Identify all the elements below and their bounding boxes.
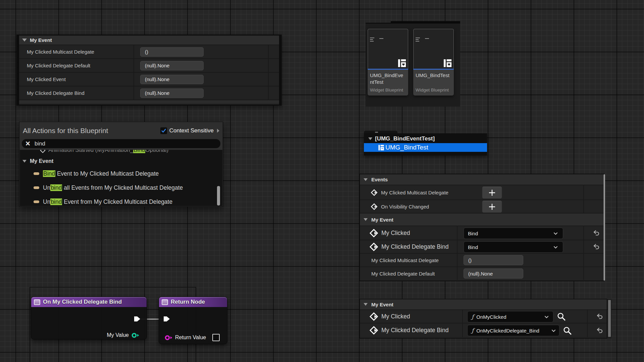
delegate-pill-icon (34, 186, 39, 189)
asset-name: UMG_BindEventTest (370, 72, 406, 85)
property-value-field[interactable]: (null).None (140, 75, 204, 84)
column-divider (583, 185, 584, 199)
events-details-panel: Events My Clicked Multicast Delegate On … (359, 174, 604, 281)
category-label: My Event (30, 158, 53, 164)
chevron-down-icon (544, 314, 549, 320)
event-label: My Clicked Multicast Delegate (381, 190, 448, 195)
section-title: Events (371, 177, 388, 182)
node-header[interactable]: Return Node (159, 297, 227, 307)
delegate-bind-row: My Clicked Delegate Bind Bind (360, 240, 603, 253)
column-divider (268, 86, 269, 100)
column-divider (133, 73, 134, 86)
content-browser-panel: UMG_BindEventTest Widget Blueprint UMG_B… (366, 23, 460, 107)
function-dropdown[interactable]: ƒ OnMyClickedDelegate_Bind (467, 325, 559, 336)
clear-search-icon[interactable]: ✕ (25, 140, 31, 147)
category-collapse-icon (22, 160, 26, 163)
hierarchy-selected-row[interactable]: UMG_BindTest (364, 143, 487, 152)
hierarchy-root-label: [UMG_BindEventTest] (375, 135, 435, 142)
exec-output-pin[interactable] (134, 316, 141, 322)
column-divider (583, 226, 584, 240)
event-label: My Clicked Delegate Bind (381, 327, 448, 334)
property-value-field[interactable]: (null).None (140, 88, 204, 98)
hierarchy-root-row[interactable]: [UMG_BindEventTest] (364, 133, 487, 143)
event-node-icon (34, 299, 40, 305)
add-event-button[interactable] (482, 200, 502, 213)
column-divider (462, 310, 463, 323)
property-label: My Clicked Multicast Delegate (371, 257, 439, 263)
chevron-down-icon (553, 231, 558, 236)
reset-to-default-icon[interactable] (596, 312, 604, 320)
actions-search-input[interactable]: ✕ bind (22, 139, 220, 148)
actions-category[interactable]: My Event (20, 156, 222, 167)
expand-arrow-icon[interactable] (217, 129, 219, 133)
widget-icon (378, 144, 384, 151)
action-item[interactable]: Bind Event to My Clicked Multicast Deleg… (20, 167, 222, 181)
property-value-field[interactable]: () (464, 255, 523, 265)
column-divider (268, 45, 269, 58)
bind-panel-scrollbar-thumb[interactable] (608, 300, 611, 337)
panel-footer (19, 100, 279, 104)
node-title: On My Clicked Delegate Bind (43, 299, 122, 305)
seam-line (30, 287, 30, 362)
value-input-pin[interactable] (164, 335, 173, 341)
asset-card-umg-bindeventtest[interactable]: UMG_BindEventTest Widget Blueprint (368, 29, 408, 96)
bind-details-panel: My Event My Clicked ƒ OnMyClicked My Cli… (359, 299, 607, 339)
search-function-icon[interactable] (563, 326, 572, 336)
add-event-button[interactable] (482, 186, 502, 199)
node-return-node[interactable]: Return Node Return Value (159, 297, 227, 344)
my-event-section-header[interactable]: My Event (360, 299, 607, 309)
collapse-arrow-icon (364, 178, 368, 181)
widget-blueprint-icon (397, 59, 407, 68)
event-row: My Clicked Multicast Delegate (360, 185, 603, 199)
column-divider (268, 59, 269, 72)
return-value-checkbox[interactable] (212, 334, 220, 341)
seam-line (30, 287, 196, 288)
action-item[interactable]: Unbind all Events from My Clicked Multic… (20, 181, 222, 195)
column-divider (457, 267, 458, 280)
hierarchy-scroll-dash (375, 132, 378, 133)
reset-to-default-icon[interactable] (592, 243, 600, 251)
node-on-my-clicked-delegate-bind[interactable]: On My Clicked Delegate Bind My Value (31, 297, 147, 340)
event-diamond-icon (369, 242, 378, 251)
property-label: My Clicked Delegate Bind (27, 90, 85, 96)
reset-to-default-icon[interactable] (592, 229, 600, 237)
actions-scrollbar[interactable] (217, 186, 220, 205)
asset-card-umg-bindtest[interactable]: UMG_BindTest Widget Blueprint (413, 29, 454, 96)
context-sensitive-checkbox[interactable] (160, 127, 167, 134)
value-output-pin[interactable] (131, 333, 140, 338)
bind-dropdown[interactable]: Bind (464, 228, 563, 239)
column-divider (587, 323, 588, 337)
column-divider (457, 254, 458, 266)
details-section-header[interactable]: My Event (19, 36, 279, 45)
column-divider (583, 200, 584, 213)
node-header[interactable]: On My Clicked Delegate Bind (31, 297, 147, 307)
property-value-field[interactable]: (null).None (464, 268, 523, 279)
widget-blueprint-icon (443, 59, 452, 68)
exec-input-pin[interactable] (163, 316, 170, 322)
details-row: My Clicked Delegate Default (null).None (19, 58, 279, 72)
search-function-icon[interactable] (557, 312, 566, 321)
asset-name: UMG_BindTest (416, 72, 451, 79)
reset-to-default-icon[interactable] (596, 326, 604, 335)
section-title: My Event (371, 302, 393, 307)
column-divider (462, 323, 463, 337)
return-node-icon (162, 299, 168, 305)
events-section-header[interactable]: Events (360, 174, 603, 185)
property-row: My Clicked Multicast Delegate () (360, 253, 603, 266)
details-row: My Clicked Event (null).None (19, 72, 279, 86)
function-icon: ƒ (472, 313, 474, 320)
property-value-field[interactable]: () (140, 47, 204, 57)
function-dropdown[interactable]: ƒ OnMyClicked (467, 311, 553, 322)
column-divider (457, 226, 458, 240)
bind-dropdown[interactable]: Bind (464, 241, 563, 253)
property-value-field[interactable]: (null).None (140, 61, 204, 70)
events-panel-scrollbar[interactable] (603, 174, 605, 281)
clipped-action-item[interactable]: Animation Started (MyAnimation_BindOptio… (20, 150, 222, 156)
my-event-section-header[interactable]: My Event (360, 213, 603, 226)
tree-collapse-icon (368, 137, 372, 140)
return-value-pin-row[interactable]: Return Value (164, 334, 220, 341)
my-value-pin-row[interactable]: My Value (107, 332, 140, 338)
details-row: My Clicked Multicast Delegate () (19, 45, 279, 58)
event-diamond-icon (369, 312, 378, 321)
action-item[interactable]: Unbind Event from My Clicked Multicast D… (20, 195, 222, 206)
